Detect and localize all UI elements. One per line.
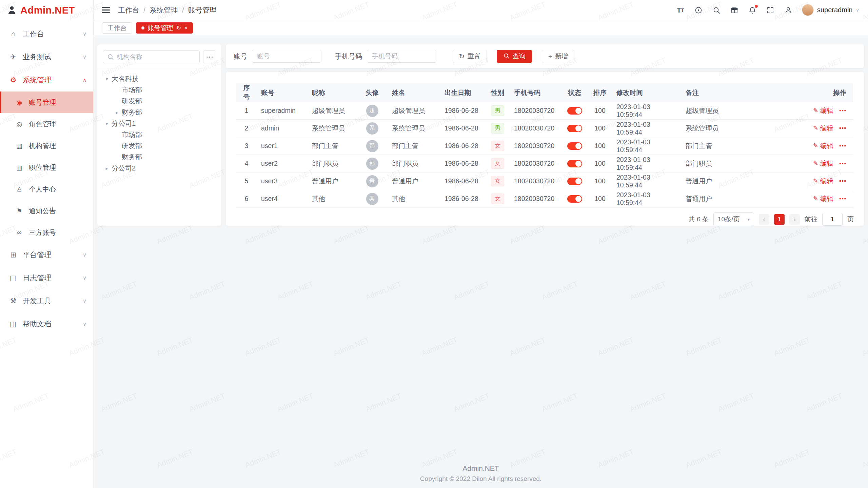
caret-down-icon[interactable]: ▾	[103, 121, 111, 126]
goto-page-input[interactable]	[822, 213, 843, 226]
edit-button[interactable]: ✎编辑	[813, 159, 833, 168]
avatar	[802, 4, 814, 16]
sidebar-menu: ⌂ 工作台 ∨ ✈ 业务测试 ∨ ⚙ 系统管理 ∧ ◉ 账号管理 ◎	[0, 20, 93, 336]
row-more-button[interactable]: ⋯	[839, 195, 846, 203]
edit-button[interactable]: ✎编辑	[813, 124, 833, 133]
avatar: 系	[366, 122, 378, 135]
next-page-button[interactable]: ›	[789, 214, 800, 225]
edit-button[interactable]: ✎编辑	[813, 177, 833, 186]
search-icon[interactable]	[712, 6, 721, 15]
locale-icon[interactable]	[694, 6, 703, 15]
theme-icon[interactable]	[730, 6, 739, 15]
gender-badge: 男	[491, 123, 504, 133]
table-cell: 1986-06-28	[440, 155, 485, 172]
sidebar-item-personal-center[interactable]: ♙ 个人中心	[0, 178, 93, 200]
add-button[interactable]: + 新增	[542, 50, 574, 63]
sidebar-item-workbench[interactable]: ⌂ 工作台 ∨	[0, 22, 93, 45]
sidebar-item-third-party-account[interactable]: ∞ 三方账号	[0, 222, 93, 243]
table-cell: 18020030720	[510, 120, 561, 137]
account-input[interactable]	[252, 50, 321, 63]
status-toggle[interactable]	[567, 195, 582, 203]
org-icon: ▦	[15, 142, 24, 150]
reset-button[interactable]: ↻ 重置	[453, 50, 487, 63]
page-unit-label: 页	[847, 215, 854, 224]
logo[interactable]: Admin.NET	[0, 0, 93, 20]
edit-button[interactable]: ✎编辑	[813, 141, 833, 150]
tree-node-marketing[interactable]: 市场部	[103, 129, 216, 140]
sidebar-item-label: 三方账号	[29, 228, 56, 237]
tree-node-branch2[interactable]: ▸分公司2	[103, 163, 216, 174]
table-cell: 普通用户	[388, 172, 440, 190]
edit-button[interactable]: ✎编辑	[813, 194, 833, 203]
page-size-select[interactable]: 10条/页 ▾	[713, 212, 754, 226]
col-header: 昵称	[308, 83, 356, 102]
row-more-button[interactable]: ⋯	[839, 159, 846, 168]
notification-bell-icon[interactable]	[748, 6, 757, 15]
sidebar-item-help-docs[interactable]: ◫ 帮助文档 ∨	[0, 312, 93, 336]
status-toggle[interactable]	[567, 160, 582, 167]
tree-node-finance[interactable]: ▸财务部	[103, 107, 216, 118]
tree-node-marketing[interactable]: 市场部	[103, 84, 216, 96]
font-size-icon[interactable]: TT	[676, 6, 685, 15]
org-search-input[interactable]	[103, 50, 200, 63]
tab-workbench[interactable]: 工作台	[102, 22, 132, 34]
page-1-button[interactable]: 1	[774, 214, 785, 225]
tab-refresh-icon[interactable]: ↻	[176, 24, 181, 32]
fullscreen-icon[interactable]	[766, 6, 775, 15]
sidebar-group-system-management[interactable]: ⚙ 系统管理 ∧	[0, 68, 93, 92]
row-more-button[interactable]: ⋯	[839, 177, 846, 185]
tree-node-rnd[interactable]: 研发部	[103, 140, 216, 151]
edit-icon: ✎	[813, 124, 818, 132]
tree-node-rnd[interactable]: 研发部	[103, 96, 216, 107]
row-more-button[interactable]: ⋯	[839, 142, 846, 150]
col-header: 操作	[803, 83, 853, 102]
table-cell: 1	[236, 102, 257, 120]
status-toggle[interactable]	[567, 178, 582, 185]
caret-right-icon[interactable]: ▸	[113, 110, 121, 115]
avatar: 普	[366, 175, 378, 187]
sidebar-item-label: 职位管理	[29, 163, 56, 172]
sidebar-item-log-management[interactable]: ▤ 日志管理 ∨	[0, 266, 93, 289]
profile-icon[interactable]	[784, 6, 793, 15]
sidebar-item-notice[interactable]: ⚑ 通知公告	[0, 200, 93, 222]
user-menu[interactable]: superadmin ∨	[802, 4, 859, 16]
account-label: 账号	[234, 52, 247, 61]
row-more-button[interactable]: ⋯	[839, 124, 846, 133]
org-more-button[interactable]: ⋯	[203, 50, 216, 63]
caret-down-icon[interactable]: ▾	[103, 76, 111, 82]
tab-account-management[interactable]: 账号管理 ↻ ×	[136, 22, 193, 34]
tree-node-daming-tech[interactable]: ▾大名科技	[103, 73, 216, 84]
table-cell: 100	[588, 155, 612, 172]
menu-toggle-icon[interactable]	[102, 9, 110, 11]
table-cell: 2023-01-03 10:59:44	[612, 137, 682, 155]
row-more-button[interactable]: ⋯	[839, 106, 846, 115]
sidebar-item-account-management[interactable]: ◉ 账号管理	[0, 92, 93, 113]
edit-button[interactable]: ✎编辑	[813, 106, 833, 115]
status-toggle[interactable]	[567, 142, 582, 150]
table-cell: 2	[236, 120, 257, 137]
sidebar-item-dev-tools[interactable]: ⚒ 开发工具 ∨	[0, 289, 93, 312]
status-toggle[interactable]	[567, 107, 582, 115]
status-toggle[interactable]	[567, 125, 582, 132]
tree-node-branch1[interactable]: ▾分公司1	[103, 118, 216, 129]
gender-badge: 女	[491, 194, 504, 204]
sidebar-item-platform-management[interactable]: ⊞ 平台管理 ∨	[0, 243, 93, 266]
col-header: 姓名	[388, 83, 440, 102]
username: superadmin	[817, 6, 853, 14]
sidebar-item-org-management[interactable]: ▦ 机构管理	[0, 135, 93, 157]
sidebar-item-position-management[interactable]: ▥ 职位管理	[0, 157, 93, 178]
topbar: 工作台 / 系统管理 / 账号管理 TT	[94, 0, 868, 20]
breadcrumb-item-workbench[interactable]: 工作台	[118, 5, 139, 15]
prev-page-button[interactable]: ‹	[759, 214, 769, 225]
breadcrumb: 工作台 / 系统管理 / 账号管理	[118, 5, 217, 15]
breadcrumb-item-system-management[interactable]: 系统管理	[150, 5, 178, 15]
phone-input[interactable]	[367, 50, 436, 63]
tree-node-finance[interactable]: 财务部	[103, 151, 216, 163]
caret-right-icon[interactable]: ▸	[103, 166, 111, 171]
sidebar-item-business-test[interactable]: ✈ 业务测试 ∨	[0, 45, 93, 68]
search-button[interactable]: 查询	[497, 50, 532, 63]
table-cell: 100	[588, 102, 612, 120]
table-cell: 4	[236, 155, 257, 172]
sidebar-item-role-management[interactable]: ◎ 角色管理	[0, 113, 93, 135]
tab-close-icon[interactable]: ×	[184, 25, 188, 32]
